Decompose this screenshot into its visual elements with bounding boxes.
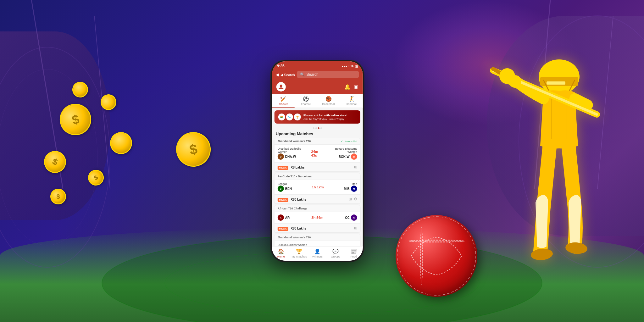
match-teams-2: Bengali B BEN 1h 12m Men MI [275, 180, 360, 194]
logo-india: 🇮🇳 [278, 114, 285, 120]
matches-list[interactable]: Jharkhand Women's T20 ✓ Lineups Out Dhan… [272, 138, 363, 246]
team1-avatar-1: D [278, 153, 284, 160]
team1-row-3: A AR [278, 214, 290, 221]
dot-3 [318, 127, 319, 129]
status-icons: ●●● LTE ▓ [341, 64, 358, 68]
nav-feed[interactable]: 📰 Feed [345, 247, 363, 261]
basketball-icon: 🏀 [325, 96, 332, 102]
football-label: Football [301, 103, 311, 106]
banner-title: 50-over cricket with Indian stars! [303, 114, 357, 117]
match-league-1: Jharkhand Women's T20 ✓ Lineups Out [275, 138, 360, 145]
team2-avatar-3: C [351, 214, 357, 221]
match-card-1[interactable]: Jharkhand Women's T20 ✓ Lineups Out Dhan… [275, 138, 360, 171]
dot-2 [315, 127, 317, 129]
share-icon-1[interactable]: ⊞ [354, 165, 357, 169]
notification-icon[interactable]: 🔔 [344, 84, 351, 90]
banner-text: 50-over cricket with Indian stars! Join … [303, 114, 357, 120]
match-card-4[interactable]: Jharkhand Women's T20 Dumka Daisies Wome… [275, 234, 360, 246]
logo-trophy: 🏆 [294, 114, 301, 120]
feed-icon: 📰 [351, 248, 357, 254]
share-icon-3[interactable]: ⊞ [354, 226, 357, 230]
user-avatar[interactable] [276, 82, 286, 92]
search-input-container[interactable]: 🔍 Search [297, 71, 359, 78]
nav-groups[interactable]: 💬 Groups [326, 247, 345, 261]
match-league-3: African T20 Challenge [275, 205, 360, 212]
more-icon-2[interactable]: ⚙ [354, 197, 357, 201]
team1-avatar-3: A [278, 214, 284, 221]
nav-winners[interactable]: 👤 Winners [308, 247, 326, 261]
match-league-2: FanCode T10 - Barcelona [275, 173, 360, 180]
signal-icon: ●●● [341, 64, 347, 68]
team1-info-4: Dumka Daisies Women [278, 243, 307, 246]
banner-subtitle: Join the PayTM Vijay Hazare Trophy [303, 118, 357, 120]
tab-handball[interactable]: 🤾 Handball [340, 94, 363, 108]
league-name-2: FanCode T10 - Barcelona [278, 175, 312, 178]
match-center-2: 1h 12m [312, 185, 324, 189]
handball-icon: 🤾 [348, 96, 355, 102]
cricket-icon: 🏏 [280, 96, 286, 102]
cricket-ball [396, 215, 477, 297]
network-type: LTE [348, 64, 354, 68]
share-icon-2[interactable]: ⊞ [349, 197, 352, 201]
tab-basketball[interactable]: 🏀 Basketball [317, 94, 340, 108]
match-league-4: Jharkhand Women's T20 [275, 234, 360, 241]
match-card-2[interactable]: FanCode T10 - Barcelona Bengali B BEN 1h… [275, 173, 360, 203]
upcoming-matches-title: Upcoming Matches [272, 130, 363, 138]
tab-cricket[interactable]: 🏏 Cricket [272, 94, 295, 108]
team1-info-3: A AR [278, 214, 290, 221]
app-header: 🔔 ▣ [272, 81, 363, 94]
footer-icons-2: ⊞ ⚙ [349, 197, 357, 201]
svg-rect-12 [547, 81, 565, 85]
cricket-label: Cricket [279, 103, 288, 106]
winners-label: Winners [312, 255, 323, 258]
wallet-icon[interactable]: ▣ [354, 84, 358, 90]
search-bar[interactable]: ◀ ◀ Search 🔍 Search [272, 69, 363, 81]
team2-row-3: CC C [345, 214, 357, 221]
team1-info-1: Dhanbad Daffodils Women D DHA-W [278, 147, 311, 160]
sports-tabs: 🏏 Cricket ⚽ Football 🏀 Basketball 🤾 Hand… [272, 94, 363, 108]
home-label: Home [277, 255, 285, 258]
match-teams-1: Dhanbad Daffodils Women D DHA-W 24m 43s … [275, 145, 360, 162]
footer-icons-1: ⊞ [354, 165, 357, 169]
prize-info-3: MEGA ₹80 Lakhs [278, 225, 306, 231]
winners-icon: 👤 [314, 248, 320, 254]
team1-row-2: B BEN [278, 186, 292, 192]
search-icon: 🔍 [300, 72, 305, 77]
prize-info-1: MEGA ₹8 Lakhs [278, 164, 305, 170]
team2-info-3: CC C [345, 214, 357, 221]
feed-label: Feed [351, 255, 357, 258]
lineups-badge-1: ✓ Lineups Out [341, 140, 357, 143]
match-teams-3: A AR 3h 54m CC C [275, 212, 360, 223]
nav-my-matches[interactable]: 🏆 My Matches [290, 247, 308, 261]
banner-dots [272, 126, 363, 130]
search-input[interactable]: Search [307, 72, 319, 77]
logo-paytm: Pay [286, 114, 293, 120]
match-footer-3: MEGA ₹80 Lakhs ⊞ [275, 223, 360, 232]
match-card-3[interactable]: African T20 Challenge A AR 3h 54m [275, 205, 360, 232]
basketball-label: Basketball [322, 103, 336, 106]
groups-label: Groups [331, 255, 340, 258]
nav-home[interactable]: 🏠 Home [272, 247, 290, 261]
header-icons: 🔔 ▣ [344, 84, 358, 90]
football-icon: ⚽ [303, 96, 309, 102]
groups-icon: 💬 [332, 248, 339, 254]
prize-info-2: MEGA ₹80 Lakhs [278, 196, 306, 202]
svg-point-17 [280, 85, 282, 87]
match-center-1: 24m 43s [311, 150, 325, 157]
phone-screen: 9:35 ●●● LTE ▓ ◀ ◀ Search 🔍 Search [272, 61, 363, 261]
svg-point-9 [397, 217, 476, 295]
promo-banner[interactable]: 🇮🇳 Pay 🏆 50-over cricket with Indian sta… [275, 110, 360, 124]
league-name-4: Jharkhand Women's T20 [278, 236, 311, 239]
home-icon: 🏠 [278, 248, 284, 254]
league-name-3: African T20 Challenge [278, 207, 308, 210]
bottom-nav: 🏠 Home 🏆 My Matches 👤 Winners 💬 Groups 📰 [272, 246, 363, 261]
tab-football[interactable]: ⚽ Football [295, 94, 317, 108]
match-teams-4: Dumka Daisies Women [275, 241, 360, 246]
battery-icon: ▓ [355, 64, 358, 68]
phone-device: 9:35 ●●● LTE ▓ ◀ ◀ Search 🔍 Search [271, 60, 364, 262]
back-button[interactable]: ◀ ◀ Search [276, 72, 295, 77]
batsman-figure [462, 52, 619, 303]
banner-logos: 🇮🇳 Pay 🏆 [278, 114, 301, 120]
match-center-3: 3h 54m [311, 216, 323, 219]
footer-icons-3: ⊞ [354, 226, 357, 230]
